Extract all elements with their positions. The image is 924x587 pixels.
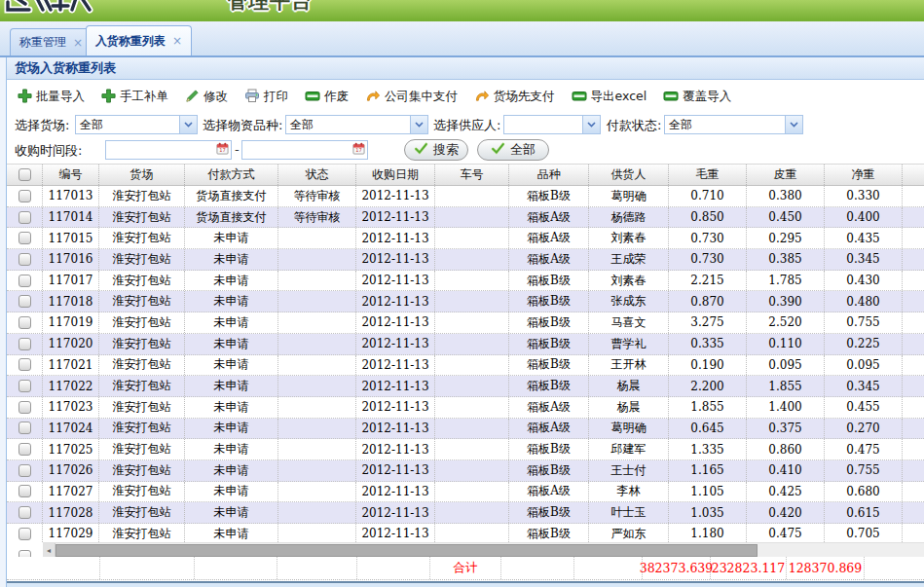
table-row[interactable]: 117014淮安打包站货场直接支付等待审核2012-11-13箱板A级杨德路0.… xyxy=(7,207,924,229)
column-header-yard[interactable]: 货场 xyxy=(99,165,185,185)
close-icon[interactable]: × xyxy=(73,36,83,50)
tab-incoming-weighing-list[interactable]: 入货称重列表 × xyxy=(86,25,192,55)
row-checkbox[interactable] xyxy=(18,338,31,350)
table-row[interactable]: 117020淮安打包站未申请2012-11-13箱板B级曹学礼0.3350.11… xyxy=(7,334,924,355)
column-header-variety[interactable]: 品种 xyxy=(509,165,589,185)
calendar-icon[interactable]: 17 xyxy=(352,142,365,158)
row-checkbox[interactable] xyxy=(18,401,31,414)
cell-id: 117029 xyxy=(43,524,99,542)
h-scrollbar[interactable]: ◂ xyxy=(43,542,924,557)
payment-status-select[interactable]: 全部 xyxy=(664,115,803,134)
row-checkbox[interactable] xyxy=(18,380,31,392)
table-row[interactable]: 117026淮安打包站未申请2012-11-13箱板B级王士付1.1650.41… xyxy=(7,460,924,482)
table-row[interactable]: 117029淮安打包站未申请2012-11-13箱板B级严如东1.1800.47… xyxy=(7,524,924,542)
row-checkbox[interactable] xyxy=(18,443,31,456)
row-checkbox[interactable] xyxy=(18,316,31,329)
chevron-down-icon[interactable] xyxy=(785,116,802,133)
cell-id: 117019 xyxy=(43,312,99,333)
row-checkbox[interactable] xyxy=(18,358,31,371)
close-icon[interactable]: × xyxy=(172,34,182,48)
cell-payment: 货场直接支付 xyxy=(185,186,278,206)
row-checkbox[interactable] xyxy=(18,422,31,434)
column-header-date[interactable]: 收购日期 xyxy=(356,165,435,185)
cell-supplier: 杨晨 xyxy=(589,376,669,396)
variety-select[interactable]: 全部 xyxy=(285,115,428,134)
table-row[interactable]: 117027淮安打包站未申请2012-11-13箱板A级李林1.1050.425… xyxy=(7,482,924,503)
chevron-down-icon[interactable] xyxy=(582,116,600,133)
chevron-down-icon[interactable] xyxy=(179,116,197,133)
cell-payment: 未申请 xyxy=(185,502,278,523)
cell-date: 2012-11-13 xyxy=(356,228,435,248)
column-header-net[interactable]: 净重 xyxy=(825,165,903,185)
manual-supplement-button[interactable]: 手工补单 xyxy=(101,89,168,106)
void-button[interactable]: 作废 xyxy=(305,89,349,106)
tab-weighing-management[interactable]: 称重管理 × xyxy=(10,28,92,55)
edit-button[interactable]: 修改 xyxy=(185,89,228,106)
cell-variety: 箱板B级 xyxy=(509,502,589,523)
print-button[interactable]: 打印 xyxy=(244,89,288,106)
column-header-id[interactable]: 编号 xyxy=(43,165,99,185)
cell-variety: 箱板A级 xyxy=(509,207,589,228)
table-row[interactable]: 117017淮安打包站未申请2012-11-13箱板B级刘素春2.2151.78… xyxy=(7,271,924,292)
batch-import-button[interactable]: 批量导入 xyxy=(18,89,85,106)
row-checkbox[interactable] xyxy=(18,295,31,308)
search-button[interactable]: 搜索 xyxy=(404,139,468,161)
yard-prepay-button[interactable]: 货场先支付 xyxy=(474,89,555,106)
row-checkbox[interactable] xyxy=(18,232,31,244)
table-row[interactable]: 117018淮安打包站未申请2012-11-13箱板B级张成东0.8700.39… xyxy=(7,291,924,312)
row-checkbox[interactable] xyxy=(18,211,31,224)
row-checkbox[interactable] xyxy=(18,275,31,287)
cell-tare: 0.420 xyxy=(747,502,825,523)
table-row[interactable]: 117022淮安打包站未申请2012-11-13箱板B级杨晨2.2001.855… xyxy=(7,376,924,397)
table-row[interactable]: 117016淮安打包站未申请2012-11-13箱板A级王成荣0.7300.38… xyxy=(7,249,924,271)
cell-supplier: 王成荣 xyxy=(589,249,669,270)
button-label: 作废 xyxy=(324,89,349,105)
cell-net: 0.330 xyxy=(825,186,903,206)
table-row[interactable]: 117025淮安打包站未申请2012-11-13箱板B级邱建军1.3350.86… xyxy=(7,439,924,460)
select-all-checkbox[interactable] xyxy=(18,168,31,181)
column-header-payment[interactable]: 付款方式 xyxy=(185,165,278,185)
cell-payment: 未申请 xyxy=(185,312,278,333)
company-centralized-pay-button[interactable]: 公司集中支付 xyxy=(365,89,458,106)
export-excel-button[interactable]: 导出excel xyxy=(572,89,647,106)
calendar-icon[interactable]: 17 xyxy=(216,142,229,158)
cell-yard: 淮安打包站 xyxy=(99,228,185,248)
cell-id: 117017 xyxy=(43,271,99,291)
table-row[interactable]: 117024淮安打包站未申请2012-11-13箱板A级葛明确0.6450.37… xyxy=(7,419,924,440)
cell-payment: 未申请 xyxy=(185,460,278,481)
supplier-filter-label: 选择供应人: xyxy=(433,117,500,134)
yard-select[interactable]: 全部 xyxy=(75,115,198,134)
date-from-input[interactable]: 17 xyxy=(105,140,232,160)
row-checkbox[interactable] xyxy=(18,464,31,477)
table-row[interactable]: 117019淮安打包站未申请2012-11-13箱板B级马喜文3.2752.52… xyxy=(7,312,924,334)
row-checkbox[interactable] xyxy=(18,190,31,202)
total-label: 合计 xyxy=(430,557,501,579)
printer-icon xyxy=(244,89,260,106)
table-row[interactable]: 117013淮安打包站货场直接支付等待审核2012-11-13箱板B级葛明确0.… xyxy=(7,186,924,207)
column-header-supplier[interactable]: 供货人 xyxy=(589,165,669,185)
cell-truck xyxy=(435,524,509,542)
row-checkbox[interactable] xyxy=(18,528,31,540)
scroll-thumb[interactable] xyxy=(55,544,758,557)
table-row[interactable]: 117021淮安打包站未申请2012-11-13箱板B级王开林0.1900.09… xyxy=(7,355,924,377)
scroll-left-arrow[interactable]: ◂ xyxy=(43,543,55,558)
column-header-status[interactable]: 状态 xyxy=(278,165,356,185)
row-checkbox[interactable] xyxy=(18,253,31,266)
row-checkbox[interactable] xyxy=(18,506,31,519)
column-header-truck[interactable]: 车号 xyxy=(435,165,509,185)
date-to-input[interactable]: 17 xyxy=(241,140,368,160)
cell-truck xyxy=(435,376,509,396)
supplier-select[interactable] xyxy=(503,115,601,134)
table-row[interactable]: 117023淮安打包站未申请2012-11-13箱板A级杨晨1.8551.400… xyxy=(7,397,924,419)
column-header-gross[interactable]: 毛重 xyxy=(669,165,747,185)
overwrite-import-button[interactable]: 覆盖导入 xyxy=(663,89,731,106)
table-row[interactable]: 117028淮安打包站未申请2012-11-13箱板B级叶士玉1.0350.42… xyxy=(7,502,924,524)
row-checkbox[interactable] xyxy=(18,485,31,497)
chevron-down-icon[interactable] xyxy=(410,116,427,133)
column-header-tare[interactable]: 皮重 xyxy=(747,165,825,185)
cell-variety: 箱板A级 xyxy=(509,419,589,439)
cell-tare: 1.400 xyxy=(747,397,825,418)
cell-supplier: 刘素春 xyxy=(589,228,669,248)
all-button[interactable]: 全部 xyxy=(477,139,549,161)
table-row[interactable]: 117015淮安打包站未申请2012-11-13箱板A级刘素春0.7300.29… xyxy=(7,228,924,249)
